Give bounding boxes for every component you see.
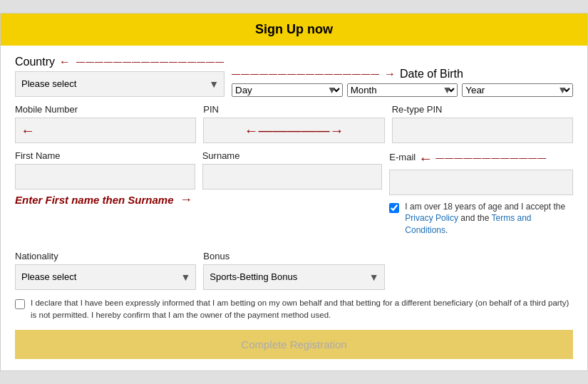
dob-label: Date of Birth: [400, 68, 463, 81]
country-label-row: Country ← ————————————————: [15, 56, 225, 68]
bonus-select[interactable]: Sports-Betting Bonus: [203, 264, 384, 290]
declare-checkbox[interactable]: [15, 299, 25, 309]
firstname-surname-row: First Name Surname: [15, 150, 382, 190]
bonus-field: Bonus Sports-Betting Bonus ▼: [203, 251, 384, 290]
nationality-label: Nationality: [15, 251, 196, 261]
dob-field: ———————————————— → Date of Birth Day ▼ M…: [232, 68, 573, 97]
email-label: E-mail: [389, 152, 416, 162]
annotation-block: Enter First name then Surname →: [15, 192, 382, 207]
surname-label: Surname: [202, 150, 383, 161]
month-select-wrapper: Month ▼: [347, 83, 458, 97]
dob-label-row: ———————————————— → Date of Birth: [232, 68, 573, 81]
bonus-label: Bonus: [203, 251, 384, 261]
complete-registration-button[interactable]: Complete Registration: [15, 330, 573, 359]
age-text-3: .: [445, 225, 448, 235]
age-text-1: I am over 18 years of age and I accept t…: [405, 202, 565, 212]
dob-selects: Day ▼ Month ▼ Year ▼: [232, 83, 573, 97]
name-email-row: First Name Surname Enter First name then…: [15, 150, 573, 244]
mobile-arrow-icon: ←: [21, 122, 35, 138]
declare-text: I declare that I have been expressly inf…: [31, 297, 573, 322]
retype-pin-label: Re-type PIN: [392, 104, 573, 115]
firstname-input[interactable]: [15, 164, 195, 190]
signup-form: Sign Up now Country ← ———————————————— P…: [0, 13, 588, 372]
mobile-input[interactable]: [15, 118, 196, 143]
name-group: First Name Surname Enter First name then…: [15, 150, 382, 207]
age-text-2: and the: [458, 213, 492, 223]
email-label-row: E-mail ← ————————————: [389, 150, 573, 167]
age-checkbox[interactable]: [389, 203, 399, 213]
nationality-bonus-row: Nationality Please select ▼ Bonus Sports…: [15, 251, 573, 290]
mobile-pin-row: Mobile Number ← PIN ←—————→ Re-type PIN: [15, 104, 573, 143]
annotation-arrow-icon: →: [180, 192, 192, 207]
nationality-select[interactable]: Please select: [15, 264, 196, 290]
email-arrow-line: ————————————: [435, 153, 547, 163]
firstname-label: First Name: [15, 150, 195, 161]
pin-arrows-icon: ←—————→: [244, 122, 344, 138]
privacy-policy-link[interactable]: Privacy Policy: [405, 213, 458, 223]
month-select[interactable]: Month: [347, 83, 458, 97]
country-field: Country ← ———————————————— Please select…: [15, 56, 225, 97]
email-input[interactable]: [389, 170, 573, 195]
year-select[interactable]: Year: [462, 83, 573, 97]
pin-input-wrapper: ←—————→: [203, 118, 384, 143]
country-select[interactable]: Please select: [15, 71, 225, 97]
surname-input[interactable]: [202, 164, 383, 190]
complete-btn-label: Complete Registration: [241, 338, 346, 351]
pin-field: PIN ←—————→: [203, 104, 384, 143]
country-dob-row: Country ← ———————————————— Please select…: [15, 56, 573, 97]
firstname-field: First Name: [15, 150, 195, 190]
mobile-field: Mobile Number ←: [15, 104, 196, 143]
retype-pin-field: Re-type PIN: [392, 104, 573, 143]
year-select-wrapper: Year ▼: [462, 83, 573, 97]
form-title: Sign Up now: [255, 22, 333, 36]
age-checkbox-row: I am over 18 years of age and I accept t…: [389, 201, 573, 237]
annotation-text: Enter First name then Surname: [15, 194, 174, 206]
nationality-select-wrapper: Please select ▼: [15, 264, 196, 290]
email-field: E-mail ← ———————————— I am over 18 years…: [389, 150, 573, 244]
declare-row: I declare that I have been expressly inf…: [15, 297, 573, 322]
country-select-wrapper: Please select ▼: [15, 71, 225, 97]
nationality-field: Nationality Please select ▼: [15, 251, 196, 290]
day-select-wrapper: Day ▼: [232, 83, 343, 97]
dob-arrow-right: →: [384, 68, 396, 81]
surname-field: Surname: [202, 150, 383, 190]
bonus-select-wrapper: Sports-Betting Bonus ▼: [203, 264, 384, 290]
mobile-input-wrapper: ←: [15, 118, 196, 143]
form-body: Country ← ———————————————— Please select…: [1, 46, 587, 371]
country-arrow-line: ————————————————: [76, 57, 225, 67]
pin-label: PIN: [203, 104, 384, 115]
form-header: Sign Up now: [1, 14, 587, 46]
country-arrow-left: ←: [59, 56, 71, 68]
email-arrow-icon: ←: [418, 150, 433, 167]
country-label: Country: [15, 56, 55, 68]
dob-arrow-line: ————————————————: [232, 69, 380, 79]
mobile-label: Mobile Number: [15, 104, 196, 115]
age-checkbox-label: I am over 18 years of age and I accept t…: [405, 201, 573, 237]
day-select[interactable]: Day: [232, 83, 343, 97]
retype-pin-input[interactable]: [392, 118, 573, 143]
